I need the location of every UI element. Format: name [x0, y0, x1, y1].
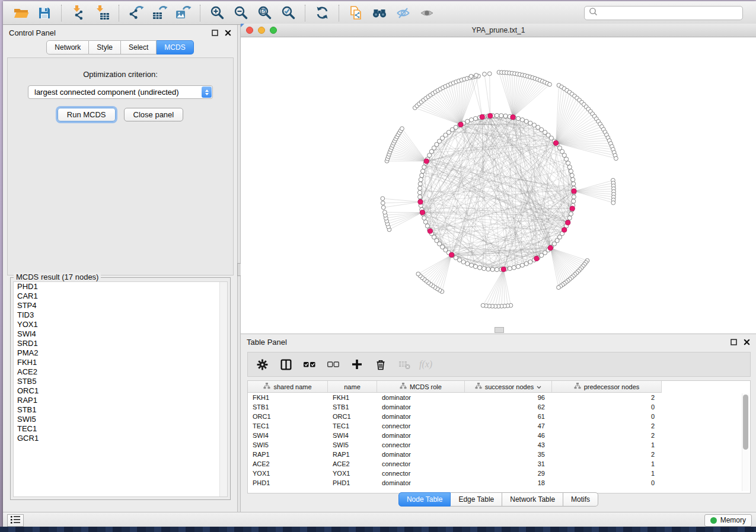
- deselect-all-icon[interactable]: [324, 355, 343, 374]
- cell-predecessor-nodes: 2: [552, 421, 662, 431]
- zoom-in-icon[interactable]: [205, 4, 229, 23]
- tab-network-table[interactable]: Network Table: [502, 492, 563, 507]
- mcds-result-item[interactable]: STP4: [14, 301, 227, 310]
- cell-name: RAP1: [328, 450, 377, 459]
- mcds-result-item[interactable]: RAP1: [14, 396, 227, 405]
- mcds-result-item[interactable]: STB1: [14, 405, 227, 415]
- network-canvas[interactable]: [241, 37, 756, 334]
- close-window-icon[interactable]: [246, 27, 253, 34]
- eye-icon[interactable]: [415, 4, 439, 23]
- mcds-result-item[interactable]: PHD1: [14, 282, 227, 291]
- float-table-panel-icon[interactable]: [731, 339, 737, 345]
- table-row[interactable]: PHD1PHD1dominator180: [248, 478, 750, 488]
- export-image-icon[interactable]: [171, 4, 195, 23]
- column-header-successor-nodes[interactable]: successor nodes: [465, 381, 552, 392]
- delete-icon[interactable]: [371, 355, 390, 374]
- run-mcds-button[interactable]: Run MCDS: [58, 108, 116, 121]
- memory-button[interactable]: Memory: [704, 514, 752, 527]
- network-view-titlebar[interactable]: YPA_prune.txt_1: [241, 24, 756, 37]
- mcds-result-item[interactable]: FKH1: [14, 358, 227, 367]
- table-row[interactable]: ORC1ORC1dominator610: [248, 412, 750, 421]
- mcds-result-item[interactable]: SWI5: [14, 415, 227, 424]
- select-all-icon[interactable]: [300, 355, 319, 374]
- mcds-result-list[interactable]: PHD1CAR1STP4TID3YOX1SWI4SRD1PMA2FKH1ACE2…: [13, 281, 228, 497]
- desktop: Control Panel NetworkStyleSelectMCDS Opt…: [0, 0, 756, 532]
- mcds-result-item[interactable]: SWI4: [14, 329, 227, 339]
- tab-node-table[interactable]: Node Table: [398, 492, 451, 507]
- binoculars-icon[interactable]: [368, 4, 391, 23]
- tab-network[interactable]: Network: [46, 40, 89, 55]
- column-header-MCDS-role[interactable]: MCDS role: [377, 381, 465, 392]
- zoom-fit-icon[interactable]: [253, 4, 276, 23]
- attr-tree-icon: [475, 383, 482, 390]
- zoom-out-icon[interactable]: [229, 4, 253, 23]
- table-row[interactable]: ACE2ACE2connector311: [248, 459, 750, 469]
- minimize-window-icon[interactable]: [258, 27, 265, 34]
- mcds-result-item[interactable]: CAR1: [14, 291, 227, 301]
- add-icon[interactable]: [347, 355, 366, 374]
- table-row[interactable]: STB1STB1dominator620: [248, 402, 750, 412]
- cell-predecessor-nodes: 0: [552, 412, 662, 421]
- horizontal-splitter-handle[interactable]: [495, 327, 504, 333]
- criterion-select[interactable]: largest connected component (undirected): [28, 85, 213, 99]
- memory-status-icon: [710, 517, 717, 524]
- mcds-result-item[interactable]: GCR1: [14, 434, 227, 443]
- float-panel-icon[interactable]: [212, 30, 218, 36]
- mcds-result-item[interactable]: PMA2: [14, 348, 227, 358]
- mcds-list-scrollbar[interactable]: [219, 282, 227, 496]
- network-graph[interactable]: [241, 37, 756, 334]
- toolbar-separator: [119, 5, 119, 21]
- tab-mcds[interactable]: MCDS: [157, 40, 193, 55]
- close-table-panel-icon[interactable]: [744, 339, 750, 345]
- export-table-icon[interactable]: [148, 4, 171, 23]
- cell-successor-nodes: 43: [465, 440, 552, 450]
- table-scrollbar[interactable]: [742, 393, 749, 491]
- column-header-predecessor-nodes[interactable]: predecessor nodes: [552, 381, 662, 392]
- split-columns-icon[interactable]: [276, 355, 295, 374]
- tab-style[interactable]: Style: [89, 40, 121, 55]
- zoom-selected-icon[interactable]: [276, 4, 300, 23]
- network-view-window: YPA_prune.txt_1: [241, 24, 756, 334]
- eye-hidden-icon[interactable]: [391, 4, 415, 23]
- table-row[interactable]: SWI5SWI5connector431: [248, 440, 750, 450]
- optimization-criterion-label: Optimization criterion:: [8, 70, 233, 79]
- mcds-result-item[interactable]: ORC1: [14, 386, 227, 396]
- cell-MCDS-role: connector: [377, 421, 465, 431]
- search-input[interactable]: [601, 8, 738, 18]
- tab-select[interactable]: Select: [121, 40, 157, 55]
- tab-edge-table[interactable]: Edge Table: [451, 492, 502, 507]
- close-panel-icon[interactable]: [225, 30, 231, 36]
- table-scrollbar-thumb[interactable]: [743, 395, 748, 450]
- import-network-icon[interactable]: [66, 4, 90, 23]
- clone-network-icon[interactable]: [344, 4, 368, 23]
- search-box[interactable]: [584, 6, 743, 20]
- cell-shared-name: SWI4: [248, 431, 328, 440]
- mcds-result-item[interactable]: YOX1: [14, 320, 227, 329]
- tab-motifs[interactable]: Motifs: [563, 492, 598, 507]
- node-table[interactable]: shared namenameMCDS rolesuccessor nodesp…: [247, 380, 751, 493]
- save-icon[interactable]: [33, 4, 56, 23]
- column-header-name[interactable]: name: [328, 381, 377, 392]
- maximize-window-icon[interactable]: [270, 27, 277, 34]
- task-history-button[interactable]: [7, 514, 24, 527]
- mcds-result-item[interactable]: TEC1: [14, 424, 227, 434]
- column-header-shared-name[interactable]: shared name: [248, 381, 328, 392]
- table-row[interactable]: RAP1RAP1dominator352: [248, 450, 750, 459]
- mcds-result-item[interactable]: STB5: [14, 377, 227, 386]
- export-network-icon[interactable]: [124, 4, 148, 23]
- table-row[interactable]: SWI4SWI4dominator462: [248, 431, 750, 440]
- close-panel-button[interactable]: Close panel: [124, 108, 184, 121]
- mcds-result-item[interactable]: SRD1: [14, 339, 227, 348]
- mcds-result-item[interactable]: TID3: [14, 310, 227, 320]
- table-row[interactable]: FKH1FKH1dominator962: [248, 393, 750, 402]
- column-menu-icon[interactable]: [537, 383, 541, 390]
- refresh-icon[interactable]: [310, 4, 334, 23]
- import-table-icon[interactable]: [90, 4, 114, 23]
- settings-icon[interactable]: [253, 355, 272, 374]
- cell-MCDS-role: connector: [377, 440, 465, 450]
- table-row[interactable]: TEC1TEC1connector472: [248, 421, 750, 431]
- table-row[interactable]: YOX1YOX1connector291: [248, 469, 750, 478]
- open-folder-icon[interactable]: [9, 4, 33, 23]
- table-panel-header: Table Panel: [241, 334, 756, 350]
- mcds-result-item[interactable]: ACE2: [14, 367, 227, 377]
